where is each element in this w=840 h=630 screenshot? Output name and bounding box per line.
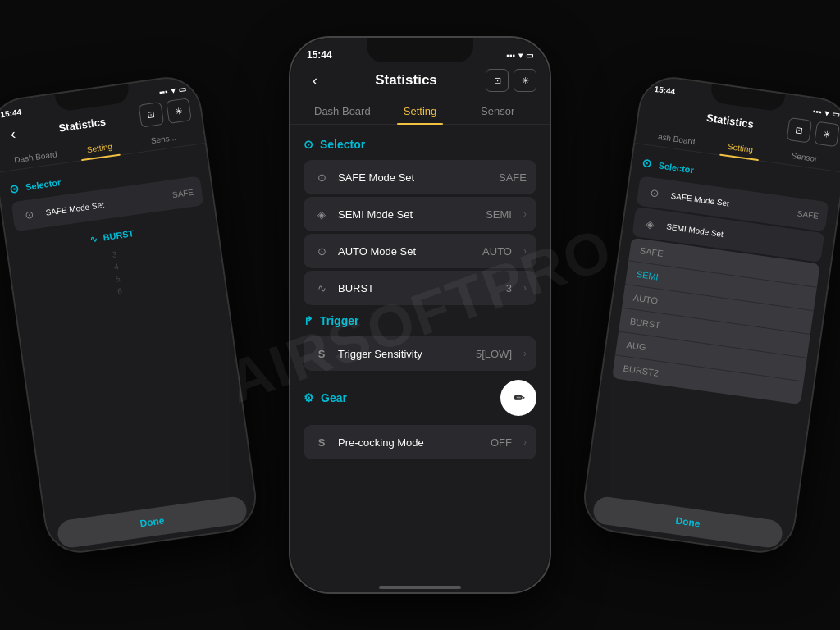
left-phone-screen: 15:44 ▪▪▪ ▾ ▭ ‹ Statistics ⊡ ✳ Dash Boar…	[0, 75, 258, 555]
left-back-btn[interactable]: ‹	[0, 121, 26, 148]
right-back-placeholder	[648, 98, 674, 124]
center-phone: 15:44 ▪▪▪ ▾ ▭ ‹ Statistics ⊡ ✳ Dash Boar…	[289, 36, 551, 594]
left-header-icons: ⊡ ✳	[139, 98, 192, 127]
center-status-icons: ▪▪▪ ▾ ▭	[506, 51, 533, 60]
right-bt-btn[interactable]: ✳	[814, 121, 840, 148]
left-status-icons: ▪▪▪ ▾ ▭	[158, 84, 186, 97]
center-semi-row[interactable]: ◈ SEMI Mode Set SEMI ›	[304, 197, 536, 231]
right-phone-screen: 15:44 ▪▪▪ ▾ ▭ Statistics ⊡ ✳ ash Board S…	[582, 75, 840, 555]
left-bt-btn[interactable]: ✳	[166, 98, 192, 124]
bluetooth-icon: ✳	[522, 75, 529, 86]
right-semi-icon: ◈	[641, 214, 660, 233]
right-content: ⊙ Selector ⊙ SAFE Mode Set SAFE ◈ SEMI M…	[587, 144, 840, 518]
center-tab-sensor[interactable]: Sensor	[459, 98, 536, 124]
right-safe-icon: ⊙	[646, 184, 664, 203]
battery-icon: ▭	[832, 109, 840, 119]
safe-icon: ⊙	[313, 169, 330, 185]
home-bar	[379, 586, 461, 589]
center-tab-dashboard[interactable]: Dash Board	[304, 98, 381, 124]
precocking-chevron: ›	[523, 436, 527, 448]
center-tabs: Dash Board Setting Sensor	[290, 98, 550, 125]
center-wifi-btn[interactable]: ⊡	[486, 69, 509, 92]
burst-icon: ∿	[89, 234, 98, 244]
center-trigger-header: ↱ Trigger	[290, 308, 550, 334]
center-header-icons: ⊡ ✳	[486, 69, 536, 92]
center-bt-btn[interactable]: ✳	[514, 69, 536, 92]
wifi-icon: ⊡	[795, 125, 804, 136]
left-time: 15:44	[0, 107, 22, 119]
right-status-icons: ▪▪▪ ▾ ▭	[812, 107, 840, 119]
right-dropdown: SAFE SEMI AUTO BURST AUG BURST2	[612, 238, 820, 405]
right-selector-icon: ⊙	[641, 157, 653, 171]
center-trigger-sensitivity-row[interactable]: S Trigger Sensitivity 5[LOW] ›	[304, 336, 536, 371]
auto-icon: ⊙	[313, 243, 330, 259]
signal-icon: ▪▪▪	[158, 87, 168, 97]
burst-icon: ∿	[313, 280, 330, 296]
center-trigger-icon: ↱	[304, 314, 313, 327]
semi-icon: ◈	[313, 206, 330, 222]
wifi-icon: ⊡	[494, 75, 501, 86]
center-gear-header: ⚙ Gear ✏	[290, 373, 550, 422]
battery-icon: ▭	[526, 51, 533, 60]
wifi-icon: ▾	[824, 108, 829, 118]
battery-icon: ▭	[178, 84, 186, 94]
left-safe-icon: ⊙	[21, 205, 39, 224]
sensitivity-icon: S	[313, 345, 330, 362]
right-header-icons: ⊡ ✳	[787, 117, 840, 147]
center-content: ⊙ Selector ⊙ SAFE Mode Set SAFE ◈ SEMI M…	[290, 125, 550, 581]
bluetooth-icon: ✳	[175, 105, 184, 116]
center-app-header: ‹ Statistics ⊡ ✳	[290, 66, 550, 98]
wifi-icon: ▾	[171, 86, 176, 96]
right-phone: 15:44 ▪▪▪ ▾ ▭ Statistics ⊡ ✳ ash Board S…	[579, 73, 840, 558]
center-selector-header: ⊙ Selector	[290, 131, 550, 158]
auto-chevron: ›	[523, 245, 527, 257]
center-precocking-row[interactable]: S Pre-cocking Mode OFF ›	[304, 425, 536, 459]
left-phone: 15:44 ▪▪▪ ▾ ▭ ‹ Statistics ⊡ ✳ Dash Boar…	[0, 73, 261, 558]
signal-icon: ▪▪▪	[506, 51, 515, 60]
gear-fab-btn[interactable]: ✏	[500, 380, 536, 416]
signal-icon: ▪▪▪	[812, 107, 822, 116]
burst-chevron: ›	[523, 282, 527, 294]
precocking-icon: S	[313, 434, 330, 450]
center-back-btn[interactable]: ‹	[304, 69, 326, 92]
center-selector-icon: ⊙	[304, 138, 313, 151]
left-wifi-btn[interactable]: ⊡	[139, 102, 165, 128]
center-time: 15:44	[307, 49, 332, 61]
center-tab-setting[interactable]: Setting	[381, 98, 459, 124]
center-gear-icon: ⚙	[304, 391, 314, 404]
left-content: ⊙ Selector ⊙ SAFE Mode Set SAFE ∿ BURST …	[0, 144, 253, 518]
semi-chevron: ›	[523, 208, 527, 220]
left-selector-icon: ⊙	[8, 181, 20, 196]
center-auto-row[interactable]: ⊙ AUTO Mode Set AUTO ›	[304, 234, 536, 268]
wifi-icon: ⊡	[147, 109, 156, 121]
right-time: 15:44	[654, 84, 676, 96]
center-safe-row[interactable]: ⊙ SAFE Mode Set SAFE	[304, 160, 536, 194]
sensitivity-chevron: ›	[523, 348, 527, 359]
center-notch	[367, 38, 473, 62]
home-indicator	[290, 581, 550, 592]
center-phone-screen: 15:44 ▪▪▪ ▾ ▭ ‹ Statistics ⊡ ✳ Dash Boar…	[290, 38, 550, 592]
center-title: Statistics	[326, 72, 486, 89]
center-burst-row[interactable]: ∿ BURST 3 ›	[304, 271, 536, 305]
wifi-icon: ▾	[518, 51, 523, 60]
bluetooth-icon: ✳	[823, 128, 832, 139]
right-wifi-btn[interactable]: ⊡	[787, 117, 813, 144]
pencil-icon: ✏	[514, 390, 524, 406]
